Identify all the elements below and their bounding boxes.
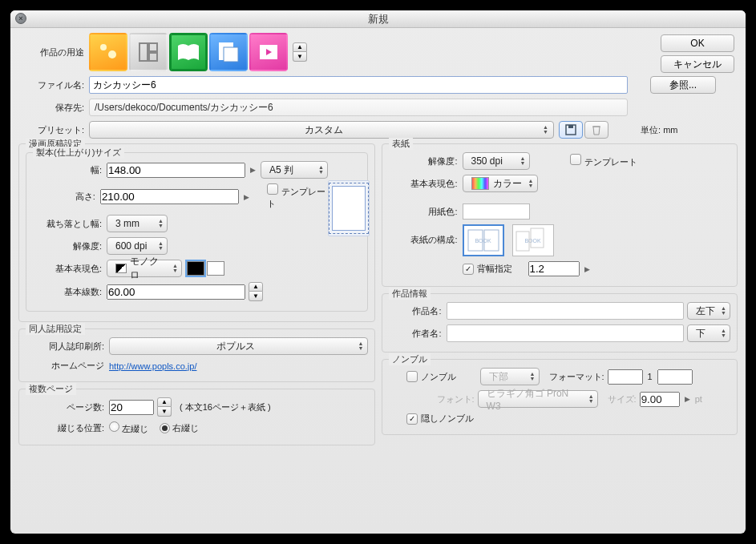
svg-rect-10 xyxy=(568,125,573,128)
svg-rect-2 xyxy=(139,43,148,61)
unit-label: 単位: mm xyxy=(641,124,677,136)
svg-rect-6 xyxy=(224,47,238,62)
svg-rect-11 xyxy=(468,230,483,251)
bind-right-radio[interactable]: 右綴じ xyxy=(160,422,199,434)
swatch-white[interactable] xyxy=(207,261,224,276)
purpose-print[interactable] xyxy=(209,33,248,71)
size-preset-select[interactable]: A5 判▲▼ xyxy=(261,161,328,179)
preset-delete-icon[interactable] xyxy=(584,121,608,139)
nombre-pos-select: 下部▲▼ xyxy=(480,368,540,385)
spine-more-icon[interactable]: ▶ xyxy=(584,265,590,273)
multipage-group: 複数ページ ページ数: ▲▼ ( 本文16ページ＋表紙 ) 綴じる位置: 左綴じ… xyxy=(18,389,375,445)
lines-stepper[interactable]: ▲▼ xyxy=(249,282,263,301)
close-button[interactable]: × xyxy=(15,13,26,24)
binding-size-group: 製本(仕上がり)サイズ 幅: ▶ A5 判▲▼ 高さ: ▶ xyxy=(26,152,368,312)
homepage-link[interactable]: http://www.popls.co.jp/ xyxy=(109,361,196,371)
nombre-font-select: ヒラギノ角ゴ ProN W3▲▼ xyxy=(478,390,598,408)
saveto-label: 保存先: xyxy=(18,102,89,114)
preset-select[interactable]: カスタム ▲▼ xyxy=(89,121,554,139)
svg-rect-4 xyxy=(149,53,157,61)
manga-settings-group: 漫画原稿設定 製本(仕上がり)サイズ 幅: ▶ A5 判▲▼ 高さ: xyxy=(18,143,375,322)
svg-point-0 xyxy=(100,44,107,50)
cancel-button[interactable]: キャンセル xyxy=(661,55,734,73)
spine-input[interactable] xyxy=(528,261,580,276)
swatch-black[interactable] xyxy=(187,261,204,276)
nombre-size-input[interactable] xyxy=(640,392,680,407)
nombre-group: ノンブル ノンブル 下部▲▼ フォーマット: 1 フォント: ヒラギノ角ゴ Pr… xyxy=(382,359,738,435)
doujin-group: 同人誌用設定 同人誌印刷所: ポプルス▲▼ ホームページ http://www.… xyxy=(18,328,375,382)
saveto-path: /Users/dekoco/Documents/カシカッシー6 xyxy=(89,99,628,116)
svg-rect-3 xyxy=(149,43,157,51)
title-pos-select[interactable]: 左下▲▼ xyxy=(687,302,730,320)
purpose-label: 作品の用途 xyxy=(18,46,89,58)
cover-structure-spread[interactable]: BOOK xyxy=(463,224,504,256)
preset-save-icon[interactable] xyxy=(559,121,583,139)
cover-structure-separate[interactable]: BOOK xyxy=(512,224,554,256)
template-checkbox[interactable] xyxy=(267,183,278,195)
hidden-nombre-checkbox[interactable] xyxy=(406,413,418,425)
purpose-animation[interactable] xyxy=(249,33,288,71)
svg-rect-13 xyxy=(516,232,529,251)
cover-group: 表紙 解像度: 350 dpi▲▼ テンプレート 基本表現色: カラー▲▼ 用紙… xyxy=(382,143,738,287)
svg-rect-14 xyxy=(531,228,544,248)
nombre-checkbox[interactable] xyxy=(406,371,418,382)
purpose-book[interactable] xyxy=(169,33,208,71)
cover-colormode-select[interactable]: カラー▲▼ xyxy=(463,175,538,192)
resolution-select[interactable]: 600 dpi▲▼ xyxy=(107,237,168,255)
filename-input[interactable] xyxy=(89,76,628,94)
purpose-comic[interactable] xyxy=(129,33,168,71)
preset-label: プリセット: xyxy=(18,124,89,136)
height-input[interactable] xyxy=(100,189,239,204)
purpose-illustration[interactable] xyxy=(89,33,127,71)
purpose-scroll[interactable]: ▲▼ xyxy=(293,42,307,62)
workinfo-group: 作品情報 作品名: 左下▲▼ 作者名: 下▲▼ xyxy=(382,293,738,353)
filename-label: ファイル名: xyxy=(18,79,89,91)
cover-res-select[interactable]: 350 dpi▲▼ xyxy=(463,152,530,170)
pages-stepper[interactable]: ▲▼ xyxy=(157,397,172,417)
format-suffix-input[interactable] xyxy=(657,369,693,385)
browse-button[interactable]: 参照... xyxy=(650,76,716,94)
spine-checkbox[interactable] xyxy=(463,264,474,275)
bleed-select[interactable]: 3 mm▲▼ xyxy=(107,215,168,232)
paper-color-swatch[interactable] xyxy=(463,203,530,220)
svg-rect-12 xyxy=(484,230,499,251)
work-title-input[interactable] xyxy=(447,302,685,320)
lines-input[interactable] xyxy=(107,284,245,300)
colormode-select[interactable]: モノクロ▲▼ xyxy=(107,260,182,277)
page-preview xyxy=(328,180,370,236)
window-title: 新規 xyxy=(368,12,389,26)
height-more-icon[interactable]: ▶ xyxy=(244,193,249,201)
width-input[interactable] xyxy=(107,163,245,178)
bind-left-radio[interactable]: 左綴じ xyxy=(109,421,148,435)
ok-button[interactable]: OK xyxy=(661,34,734,52)
cover-template-checkbox[interactable] xyxy=(570,154,581,165)
pages-input[interactable] xyxy=(109,400,154,415)
dialog-new: × 新規 OK キャンセル 作品の用途 ▲▼ ファイル名: 参照... xyxy=(10,10,746,534)
titlebar: × 新規 xyxy=(10,10,746,28)
author-input[interactable] xyxy=(447,324,685,342)
width-more-icon[interactable]: ▶ xyxy=(250,166,256,174)
author-pos-select[interactable]: 下▲▼ xyxy=(687,324,730,342)
svg-point-1 xyxy=(108,50,116,58)
format-prefix-input[interactable] xyxy=(608,369,643,385)
printer-select[interactable]: ポプルス▲▼ xyxy=(109,337,368,355)
